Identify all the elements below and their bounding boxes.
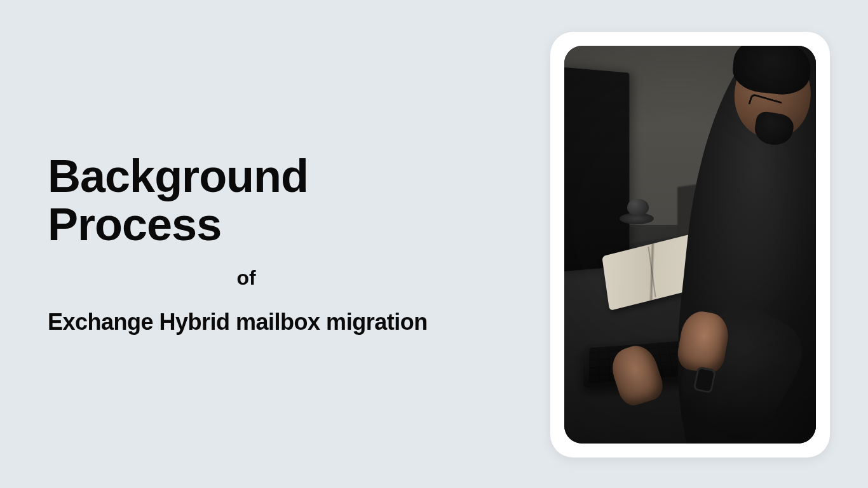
heading-connector: of xyxy=(48,266,483,290)
slide-container: Background Process of Exchange Hybrid ma… xyxy=(0,0,868,488)
image-card xyxy=(550,32,830,458)
hero-image xyxy=(564,46,816,444)
scene-monitor xyxy=(564,67,629,272)
text-block: Background Process of Exchange Hybrid ma… xyxy=(0,152,496,336)
heading-main: Background Process xyxy=(48,152,483,248)
heading-sub: Exchange Hybrid mailbox migration xyxy=(48,309,483,336)
scene-cup xyxy=(627,199,649,215)
